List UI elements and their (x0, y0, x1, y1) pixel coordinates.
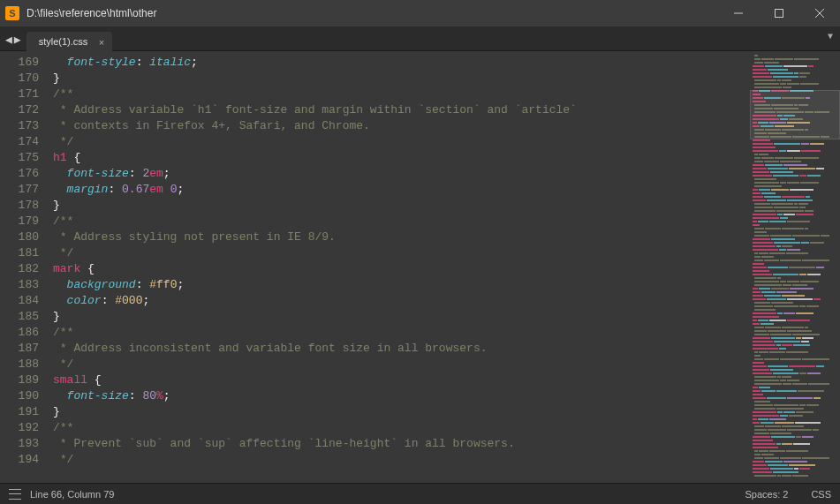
minimap-line (753, 65, 837, 67)
line-number: 183 (0, 277, 39, 293)
code-area[interactable]: font-style: italic;}/** * Address variab… (53, 51, 750, 483)
line-number: 191 (0, 404, 39, 420)
minimap-line (753, 231, 837, 233)
minimap-line (753, 161, 837, 162)
minimap-line (753, 249, 837, 251)
minimap-line (753, 164, 837, 166)
code-line: * contexts in Firefox 4+, Safari, and Ch… (53, 118, 750, 134)
line-number: 169 (0, 55, 39, 71)
close-button[interactable] (799, 0, 840, 26)
minimap-line (753, 245, 837, 247)
tabbar: ◀ ▶ style(1).css × ▼ (0, 26, 840, 51)
minimap-line (753, 196, 837, 198)
code-line: } (53, 71, 750, 87)
minimap-line (753, 217, 837, 219)
line-number: 170 (0, 71, 39, 87)
minimap-line (753, 256, 837, 258)
code-line: background: #ff0; (53, 277, 750, 293)
nav-arrows: ◀ ▶ (4, 33, 26, 50)
minimap-line (753, 228, 837, 229)
minimap-line (753, 79, 837, 81)
line-number: 184 (0, 293, 39, 309)
indent-setting[interactable]: Spaces: 2 (745, 489, 788, 500)
minimap-line (753, 175, 837, 177)
minimap-line (753, 55, 837, 56)
minimap-line (753, 380, 837, 381)
minimap-line (753, 143, 837, 145)
minimap-line (753, 192, 837, 194)
tab-file[interactable]: style(1).css × (26, 32, 113, 51)
minimap-line (753, 238, 837, 240)
line-number: 180 (0, 229, 39, 245)
minimap-line (753, 362, 837, 364)
minimap-line (753, 372, 837, 374)
tab-label: style(1).css (39, 36, 88, 47)
minimap-line (753, 139, 837, 141)
line-number: 187 (0, 341, 39, 357)
syntax-setting[interactable]: CSS (811, 489, 831, 500)
tab-dropdown-icon[interactable]: ▼ (828, 32, 833, 41)
minimap-line (753, 341, 837, 342)
minimap-line (753, 150, 837, 152)
minimap-line (753, 429, 837, 431)
line-number: 190 (0, 388, 39, 404)
window-title: D:\files\reference\html\other (26, 7, 718, 19)
minimap-line (753, 83, 837, 85)
minimap-line (753, 376, 837, 378)
line-number: 189 (0, 372, 39, 388)
minimap-line (753, 189, 837, 191)
line-number: 193 (0, 436, 39, 452)
minimap-line (753, 404, 837, 406)
minimap-line (753, 408, 837, 410)
code-line: color: #000; (53, 293, 750, 309)
code-line: } (53, 198, 750, 214)
back-icon[interactable]: ◀ (5, 33, 12, 47)
tab-close-icon[interactable]: × (99, 37, 104, 48)
minimap-line (753, 252, 837, 254)
code-line: font-style: italic; (53, 55, 750, 71)
code-line: * Address styling not present in IE 8/9. (53, 229, 750, 245)
minimap-line (753, 320, 837, 321)
minimap-line (753, 235, 837, 237)
window-controls (718, 0, 840, 26)
menu-icon[interactable] (9, 489, 21, 500)
minimap-line (753, 457, 837, 459)
minimap-line (753, 281, 837, 282)
minimap-line (753, 154, 837, 155)
forward-icon[interactable]: ▶ (14, 33, 21, 47)
minimap-line (753, 182, 837, 184)
code-line: /** (53, 420, 750, 436)
line-number: 171 (0, 87, 39, 102)
minimap-line (753, 383, 837, 385)
minimap-line (753, 305, 837, 307)
minimap-line (753, 263, 837, 265)
code-line: */ (53, 134, 750, 150)
maximize-button[interactable] (759, 0, 799, 26)
line-number: 181 (0, 245, 39, 261)
minimap[interactable] (750, 51, 840, 483)
minimap-line (753, 87, 837, 88)
minimap-line (753, 387, 837, 388)
minimap-line (753, 358, 837, 360)
code-line: margin: 0.67em 0; (53, 182, 750, 198)
code-line: */ (53, 357, 750, 372)
minimap-line (753, 327, 837, 328)
minimap-line (753, 309, 837, 311)
cursor-position[interactable]: Line 66, Column 79 (30, 489, 114, 500)
line-number: 194 (0, 452, 39, 468)
minimap-viewport[interactable] (750, 90, 840, 139)
minimap-line (753, 221, 837, 222)
minimap-line (753, 454, 837, 455)
minimap-line (753, 302, 837, 304)
minimap-line (753, 401, 837, 402)
minimap-line (753, 337, 837, 339)
line-number: 188 (0, 357, 39, 372)
app-icon: S (5, 6, 19, 20)
minimap-line (753, 461, 837, 463)
code-line: } (53, 309, 750, 325)
minimap-line (753, 210, 837, 212)
svg-rect-1 (776, 10, 783, 18)
minimize-button[interactable] (718, 0, 759, 26)
line-number: 192 (0, 420, 39, 436)
code-line: */ (53, 245, 750, 261)
